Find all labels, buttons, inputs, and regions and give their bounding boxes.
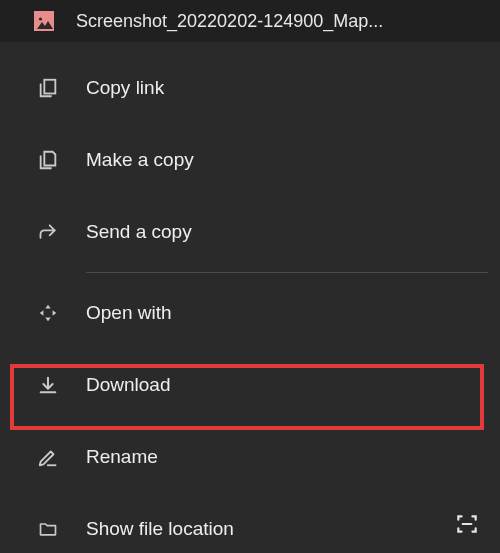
image-file-icon — [34, 11, 54, 31]
screenshot-button[interactable] — [452, 509, 482, 539]
file-title: Screenshot_20220202-124900_Map... — [76, 11, 383, 32]
make-copy-label: Make a copy — [86, 149, 194, 171]
send-copy-item[interactable]: Send a copy — [0, 196, 500, 268]
copy-link-label: Copy link — [86, 77, 164, 99]
menu-divider — [86, 272, 488, 273]
rename-item[interactable]: Rename — [0, 421, 500, 493]
svg-point-0 — [39, 17, 42, 20]
download-icon — [34, 371, 62, 399]
copy-link-icon — [34, 74, 62, 102]
folder-icon — [34, 515, 62, 543]
download-item[interactable]: Download — [0, 349, 500, 421]
send-copy-icon — [34, 218, 62, 246]
send-copy-label: Send a copy — [86, 221, 192, 243]
rename-label: Rename — [86, 446, 158, 468]
make-copy-icon — [34, 146, 62, 174]
context-menu: Copy link Make a copy Send a copy — [0, 42, 500, 553]
file-header: Screenshot_20220202-124900_Map... — [0, 0, 500, 42]
show-location-item[interactable]: Show file location — [0, 493, 500, 553]
open-with-label: Open with — [86, 302, 172, 324]
make-copy-item[interactable]: Make a copy — [0, 124, 500, 196]
rename-icon — [34, 443, 62, 471]
svg-rect-1 — [44, 80, 55, 94]
open-with-item[interactable]: Open with — [0, 277, 500, 349]
show-location-label: Show file location — [86, 518, 234, 540]
open-with-icon — [34, 299, 62, 327]
copy-link-item[interactable]: Copy link — [0, 52, 500, 124]
download-label: Download — [86, 374, 171, 396]
